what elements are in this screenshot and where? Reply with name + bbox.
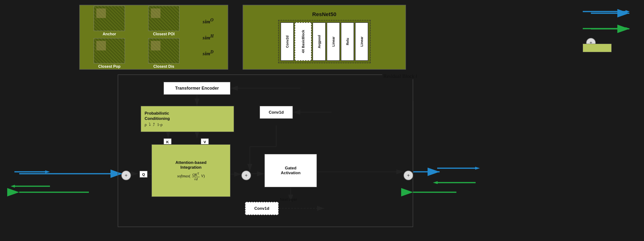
- anchor-image: [94, 6, 125, 31]
- svg-marker-39: [433, 181, 438, 184]
- q-box: Q: [139, 170, 148, 178]
- svg-marker-35: [626, 27, 630, 30]
- conv1d-bottom-box: Conv1d: [245, 202, 279, 215]
- next-layer-label: Next layer: [280, 198, 297, 202]
- transformer-encoder-box: Transformer Encoder: [163, 82, 230, 95]
- svg-marker-33: [626, 10, 630, 13]
- closest-poi-image: [148, 6, 180, 31]
- conv1d-top-box: Conv1d: [260, 106, 293, 119]
- legend-panel: [583, 10, 631, 52]
- prob-cond-box: ProbabilisticConditioning ρ ⤵ ⤴ 1-ρ: [140, 106, 234, 132]
- image-group-left: Anchor Closest Pop: [94, 6, 125, 69]
- closest-dis-image: [148, 38, 180, 64]
- circle-plus-middle: +: [242, 170, 251, 180]
- resnet-blocks: Conv2d 4X BasicBlock Avgpool Linear Relu…: [278, 20, 371, 63]
- left-main-arrows-svg: [14, 167, 53, 206]
- green-rect-legend: [583, 44, 612, 52]
- conv1d-top-label: Conv1d: [269, 110, 284, 115]
- green-arrow-legend: [583, 27, 631, 30]
- rho-notation: ρ ⤵ ⤴ 1-ρ: [144, 122, 162, 127]
- q-label: Q: [142, 172, 145, 176]
- resnet-panel: ResNet50 Conv2d 4X BasicBlock Avgpool Li…: [242, 5, 406, 70]
- residual-block-label: Residual Block l: [382, 73, 418, 79]
- resnet-conv2d: Conv2d: [280, 22, 294, 61]
- resnet-avgpool: Avgpool: [312, 22, 326, 61]
- attention-formula: softmax( QKT √d V): [177, 172, 205, 181]
- green-arrow-svg: [583, 27, 631, 30]
- sim-d-label: simD: [203, 50, 214, 57]
- diagram-container: Anchor Closest Pop Closest POI Closest D…: [0, 0, 644, 241]
- blue-arrow-svg: [583, 10, 631, 14]
- resnet-linear2: Linear: [355, 22, 368, 61]
- closest-pop-image: [94, 38, 125, 64]
- closest-dis-label: Closest Dis: [153, 64, 174, 69]
- prob-cond-label: ProbabilisticConditioning: [144, 111, 170, 121]
- right-main-arrows-svg: [437, 164, 485, 202]
- svg-marker-41: [45, 170, 50, 173]
- svg-marker-37: [475, 167, 480, 170]
- image-panel: Anchor Closest Pop Closest POI Closest D…: [79, 5, 228, 70]
- residual-block-italic-l: l: [416, 73, 417, 79]
- resnet-title: ResNet50: [312, 11, 336, 18]
- closest-pop-label: Closest Pop: [98, 64, 120, 69]
- svg-marker-43: [10, 185, 15, 188]
- gated-activation-label: GatedActivation: [281, 166, 300, 176]
- gated-activation-box: GatedActivation: [264, 154, 317, 188]
- resnet-basicblock: 4X BasicBlock: [295, 22, 312, 61]
- sim-labels: simO simH simD: [203, 11, 214, 64]
- resnet-relu: Relu: [341, 22, 354, 61]
- sim-h-label: simH: [203, 34, 214, 41]
- image-group-right: Closest POI Closest Dis: [148, 6, 180, 69]
- sim-o-label: simO: [203, 18, 214, 25]
- blue-arrow-legend: [583, 10, 631, 14]
- conv1d-bottom-label: Conv1d: [254, 206, 269, 211]
- transformer-encoder-label: Transformer Encoder: [175, 86, 219, 91]
- anchor-label: Anchor: [102, 32, 116, 36]
- resnet-linear1: Linear: [327, 22, 340, 61]
- attention-box: Attention-basedIntegration softmax( QKT …: [151, 144, 230, 197]
- circle-plus-left: +: [121, 170, 131, 180]
- closest-poi-label: Closest POI: [153, 32, 175, 36]
- circle-plus-right: +: [404, 170, 413, 180]
- attention-label: Attention-basedIntegration: [175, 160, 206, 170]
